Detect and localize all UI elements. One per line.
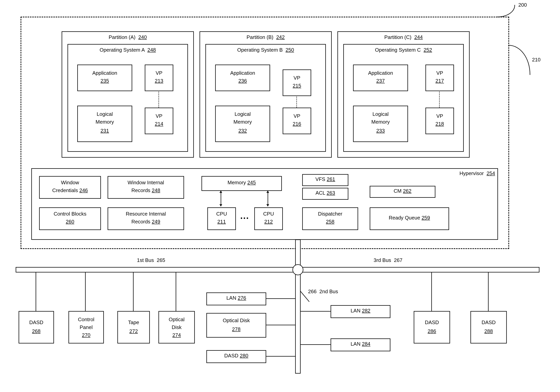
leader-200 xyxy=(497,5,515,17)
vp-a-1: VP 213 xyxy=(145,65,173,91)
os-b-title-ref: 250 xyxy=(286,47,294,53)
winint-ref: 248 xyxy=(152,187,160,193)
os-a-title-ref: 248 xyxy=(147,47,156,53)
vfs-ref: 261 xyxy=(327,176,335,182)
conn-lan284 xyxy=(300,344,331,345)
arrow-mem-cpu1 xyxy=(221,191,221,206)
bus-2 xyxy=(295,240,301,374)
app-a-ref: 235 xyxy=(100,78,109,84)
vp-a-dots xyxy=(159,90,159,108)
vp-a-1-ref: 213 xyxy=(155,78,163,84)
app-b: Application 236 xyxy=(215,65,270,91)
optical-disk-274: Optical Disk 274 xyxy=(159,311,195,343)
logmem-b-ref: 232 xyxy=(239,128,247,134)
wincred-ref: 246 xyxy=(80,187,88,193)
cm-text: CM xyxy=(394,188,401,194)
vp-b-2-ref: 216 xyxy=(293,121,301,127)
vp-a-2: VP 214 xyxy=(145,108,173,134)
os-c-title-ref: 252 xyxy=(424,47,432,53)
dasd268-text: DASD xyxy=(29,319,43,325)
app-c-text: Application xyxy=(354,70,407,76)
lan-282: LAN 282 xyxy=(330,305,390,318)
lan276-text: LAN xyxy=(226,295,236,301)
partition-b-title-text: Partition (B) xyxy=(246,34,273,40)
arrow-mem-cpu2 xyxy=(268,191,268,206)
readyq-ref: 259 xyxy=(421,215,430,221)
logical-mem-b: Logical Memory 232 xyxy=(215,106,270,142)
dasd288-text: DASD xyxy=(481,319,496,325)
lan282-ref: 282 xyxy=(362,308,370,313)
app-c-ref: 237 xyxy=(376,78,385,84)
dispatcher: Dispatcher 258 xyxy=(302,207,358,230)
tape-ref: 272 xyxy=(129,328,138,334)
dasd-268: DASD 268 xyxy=(19,311,54,343)
bus3-label: 3rd Bus 267 xyxy=(374,257,402,263)
memory-text: Memory xyxy=(228,180,246,185)
ref-200: 200 xyxy=(518,2,527,8)
bus2-ref: 266 xyxy=(308,289,317,294)
vp-a-2-text: VP xyxy=(145,113,173,119)
lan284-ref: 284 xyxy=(362,341,370,347)
dispatcher-text: Dispatcher xyxy=(318,211,342,217)
lan276-ref: 276 xyxy=(238,295,246,301)
app-b-text: Application xyxy=(216,70,270,76)
leader-210 xyxy=(508,45,530,75)
hypervisor-title: Hypervisor 254 xyxy=(460,170,495,176)
resint-ref: 249 xyxy=(152,219,160,225)
partition-b-title-ref: 242 xyxy=(276,34,285,40)
partition-c-title-ref: 244 xyxy=(414,34,423,40)
app-b-ref: 236 xyxy=(239,78,247,84)
partition-b-title: Partition (B) 242 xyxy=(200,34,331,40)
vp-a-2-ref: 214 xyxy=(155,121,163,127)
logmem-c-ref: 233 xyxy=(376,128,385,134)
ctrlblk-ref: 260 xyxy=(66,219,74,225)
logmem-a-ref: 231 xyxy=(100,128,109,134)
cpu1-ref: 211 xyxy=(217,219,226,225)
acl: ACL 263 xyxy=(302,188,348,200)
optical-disk-278: Optical Disk 278 xyxy=(206,313,266,338)
figure-200: 200 210 Partition (A) 240 Operating Syst… xyxy=(4,4,552,383)
conn-ctrlpanel xyxy=(85,272,86,311)
partition-c-title-text: Partition (C) xyxy=(384,34,411,40)
conn-optical274 xyxy=(176,272,176,311)
cpu-212: CPU 212 xyxy=(254,207,283,230)
window-internal-records: Window Internal Records 248 xyxy=(108,176,184,199)
acl-text: ACL xyxy=(316,190,325,196)
cpu-211: CPU 211 xyxy=(207,207,236,230)
ref-210: 210 xyxy=(532,57,540,63)
bus3-text: 3rd Bus xyxy=(374,257,391,263)
lan282-text: LAN xyxy=(350,308,360,313)
optical278-text: Optical Disk xyxy=(223,317,250,323)
vp-b-2: VP 216 xyxy=(283,108,311,134)
lan284-text: LAN xyxy=(350,341,360,347)
dasd280-text: DASD xyxy=(224,353,239,359)
bus2-text: 2nd Bus xyxy=(320,289,338,294)
conn-dasd268 xyxy=(36,272,36,311)
cpu-ellipsis: ••• xyxy=(240,215,249,221)
memory: Memory 245 xyxy=(201,176,282,191)
vp-b-dots xyxy=(296,95,297,108)
control-panel: Control Panel 270 xyxy=(69,311,104,343)
resource-internal-records: Resource Internal Records 249 xyxy=(108,207,184,230)
os-c-title-text: Operating System C xyxy=(375,47,421,53)
memory-ref: 245 xyxy=(247,180,256,185)
vfs-text: VFS xyxy=(315,176,325,182)
bus-1 xyxy=(16,267,294,272)
vp-c-2-ref: 218 xyxy=(435,121,444,127)
bus-junction xyxy=(292,264,303,275)
dasd268-ref: 268 xyxy=(32,328,40,334)
bus-3 xyxy=(302,267,540,272)
vp-c-dots xyxy=(439,90,440,108)
bus1-text: 1st Bus xyxy=(137,257,154,263)
vp-b-2-text: VP xyxy=(283,113,311,119)
control-blocks: Control Blocks 260 xyxy=(39,207,101,230)
dispatcher-ref: 258 xyxy=(326,219,334,225)
vp-c-1-text: VP xyxy=(426,70,453,76)
app-a: Application 235 xyxy=(77,65,132,91)
vfs: VFS 261 xyxy=(302,174,348,186)
optical274-ref: 274 xyxy=(172,332,181,338)
bus2-label: 266 2nd Bus xyxy=(308,289,338,295)
dasd-286: DASD 286 xyxy=(414,311,450,343)
cpu2-text: CPU xyxy=(263,211,274,217)
conn-lan282 xyxy=(300,311,331,312)
